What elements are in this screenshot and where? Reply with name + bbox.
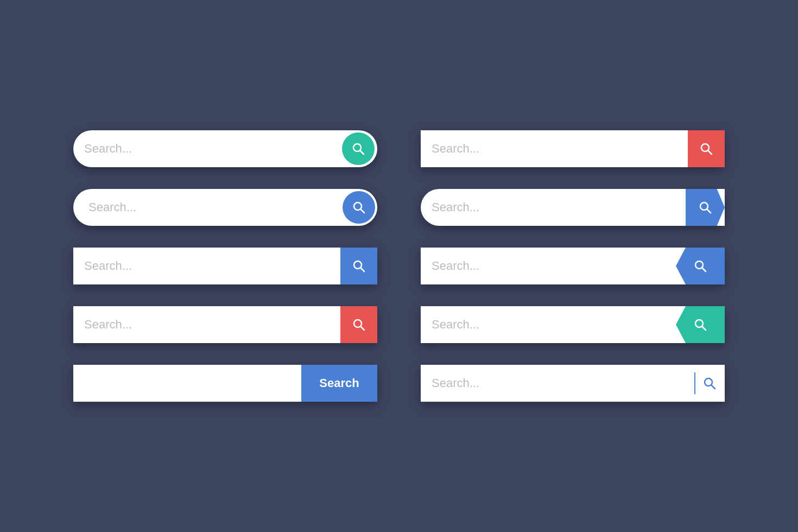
svg-line-11 bbox=[702, 268, 706, 272]
search-input-4l[interactable] bbox=[73, 306, 340, 343]
search-icon bbox=[351, 200, 366, 215]
svg-line-5 bbox=[361, 210, 365, 213]
search-input-1r[interactable] bbox=[421, 130, 688, 167]
search-bar-5r bbox=[421, 365, 725, 402]
search-button-label: Search bbox=[319, 376, 359, 390]
search-icon bbox=[698, 200, 713, 215]
search-bars-grid: Search bbox=[73, 130, 725, 402]
search-button-1r[interactable] bbox=[688, 130, 725, 167]
search-bar-2r bbox=[421, 189, 725, 226]
search-input-2l[interactable] bbox=[73, 189, 343, 226]
search-bar-1r bbox=[421, 130, 725, 167]
svg-line-17 bbox=[712, 385, 715, 389]
search-icon bbox=[693, 258, 708, 274]
search-icon bbox=[351, 317, 366, 332]
search-bar-1l bbox=[73, 130, 377, 167]
search-button-5l[interactable]: Search bbox=[301, 365, 377, 402]
svg-line-7 bbox=[707, 210, 711, 213]
search-button-4l[interactable] bbox=[340, 306, 377, 343]
search-input-3r[interactable] bbox=[421, 248, 676, 284]
search-bar-5l: Search bbox=[73, 365, 377, 402]
search-input-3l[interactable] bbox=[73, 248, 340, 284]
search-input-4r[interactable] bbox=[421, 306, 676, 343]
search-button-3r[interactable] bbox=[676, 248, 725, 284]
search-icon bbox=[702, 376, 717, 391]
search-icon bbox=[351, 141, 366, 156]
svg-line-9 bbox=[361, 268, 365, 272]
search-button-1l[interactable] bbox=[342, 132, 375, 165]
search-icon bbox=[693, 317, 708, 332]
svg-line-3 bbox=[708, 151, 712, 155]
search-input-1l[interactable] bbox=[73, 130, 342, 167]
search-bar-4r bbox=[421, 306, 725, 343]
search-icon bbox=[351, 258, 366, 274]
search-input-5l[interactable] bbox=[73, 365, 301, 402]
search-bar-3r bbox=[421, 248, 725, 284]
search-button-2l[interactable] bbox=[343, 191, 375, 224]
search-button-4r[interactable] bbox=[676, 306, 725, 343]
search-input-2r[interactable] bbox=[421, 189, 686, 226]
divider bbox=[694, 372, 695, 394]
search-input-5r[interactable] bbox=[421, 365, 694, 402]
svg-line-13 bbox=[361, 327, 365, 331]
search-button-2r[interactable] bbox=[686, 189, 725, 226]
search-bar-4l bbox=[73, 306, 377, 343]
svg-line-1 bbox=[360, 151, 364, 155]
search-icon bbox=[699, 141, 714, 156]
search-button-5r[interactable] bbox=[694, 365, 725, 402]
svg-line-15 bbox=[702, 327, 706, 331]
search-button-3l[interactable] bbox=[340, 248, 377, 284]
search-bar-2l bbox=[73, 189, 377, 226]
search-bar-3l bbox=[73, 248, 377, 284]
